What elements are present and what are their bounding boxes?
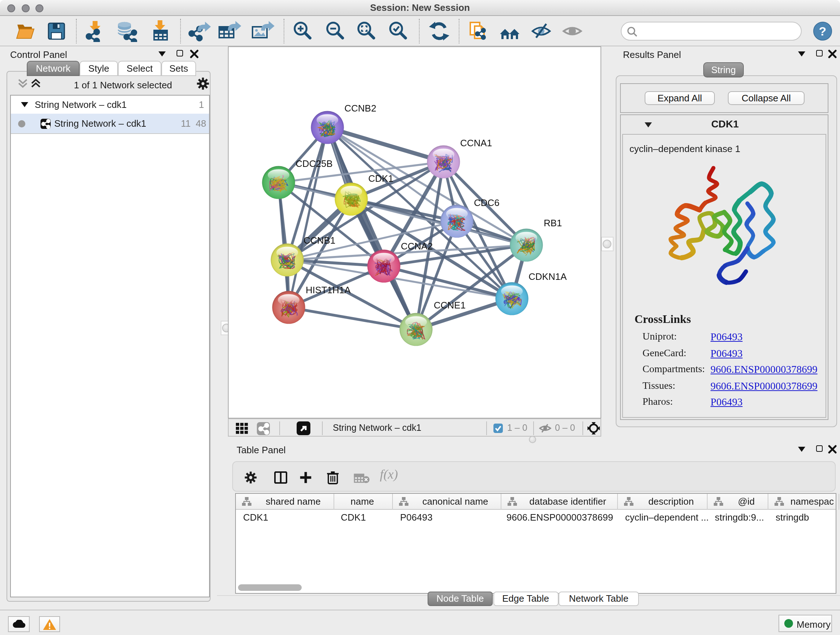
svg-text:CCNE1: CCNE1 <box>434 300 466 310</box>
svg-text:HIST1H1A: HIST1H1A <box>306 285 351 295</box>
svg-text:CCNB1: CCNB1 <box>303 235 335 246</box>
svg-text:CDC25B: CDC25B <box>295 158 333 169</box>
svg-text:CDK1: CDK1 <box>368 173 393 184</box>
svg-text:RB1: RB1 <box>544 218 562 228</box>
svg-text:CCNA2: CCNA2 <box>401 241 433 252</box>
svg-text:?: ? <box>819 24 827 38</box>
svg-text:CCNB2: CCNB2 <box>344 103 376 114</box>
svg-text:CDC6: CDC6 <box>474 197 500 208</box>
svg-text:CDKN1A: CDKN1A <box>529 271 567 282</box>
svg-text:CCNA1: CCNA1 <box>460 138 492 149</box>
